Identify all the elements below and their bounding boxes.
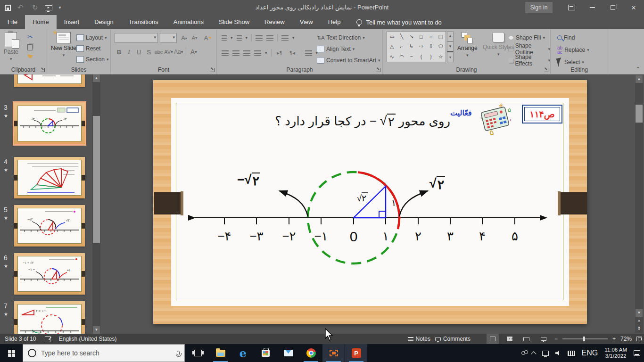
ribbon-display-options-button[interactable] xyxy=(561,0,582,15)
justify-icon[interactable] xyxy=(254,50,261,56)
replace-button[interactable]: abacReplace▾ xyxy=(557,45,589,55)
tab-insert[interactable]: Insert xyxy=(57,15,87,29)
shape-pentagon-icon[interactable]: ⬠ xyxy=(438,43,443,49)
screen-recorder-icon[interactable] xyxy=(322,344,345,362)
drawing-dialog-launcher[interactable] xyxy=(544,68,548,72)
shape-oval-icon[interactable]: ○ xyxy=(429,34,433,40)
line-spacing-icon[interactable] xyxy=(281,35,289,41)
shape-right-brace-icon[interactable]: } xyxy=(430,54,432,59)
font-dialog-launcher[interactable] xyxy=(210,68,215,72)
tab-view[interactable]: View xyxy=(292,15,321,29)
shape-outline-button[interactable]: Shape Outline▾ xyxy=(508,44,550,54)
italic-button[interactable]: I xyxy=(124,47,133,57)
slide-canvas[interactable]: −۴ −۳ −۲ −۱ 0 ۱ ۲ ۳ ۴ ۵ xyxy=(153,80,587,324)
task-view-button[interactable] xyxy=(187,344,209,362)
character-spacing-button[interactable]: AV▾ xyxy=(164,47,173,57)
font-size-combo[interactable] xyxy=(160,33,177,43)
action-center-icon[interactable] xyxy=(634,350,640,356)
copy-icon[interactable] xyxy=(27,44,33,50)
tab-review[interactable]: Review xyxy=(257,15,292,29)
new-slide-button[interactable]: ✳ New Slide▾ xyxy=(51,32,76,58)
strikethrough-button[interactable]: abc xyxy=(154,47,163,57)
previous-slide-icon[interactable]: ▲▲ xyxy=(636,317,643,325)
zoom-out-icon[interactable]: − xyxy=(554,336,558,342)
powerpoint-taskbar-icon[interactable]: P xyxy=(345,344,367,362)
gallery-more-icon[interactable]: ▾ xyxy=(447,51,454,62)
clock[interactable]: 11:06 AM3/1/2022 xyxy=(604,347,627,359)
scroll-thumb[interactable] xyxy=(636,105,643,123)
notes-button[interactable]: Notes xyxy=(408,336,430,342)
clear-formatting-icon[interactable]: A xyxy=(203,33,212,42)
reset-button[interactable]: Reset xyxy=(76,44,109,53)
thumbnail-scrollbar[interactable]: ▲ ▼ xyxy=(92,74,100,334)
cut-icon[interactable]: ✂ xyxy=(27,33,33,41)
shape-arc-icon[interactable]: ◠ xyxy=(399,54,404,60)
tab-help[interactable]: Help xyxy=(321,15,348,29)
tab-home[interactable]: Home xyxy=(25,15,57,29)
fit-slide-icon[interactable] xyxy=(636,337,642,341)
minimize-button[interactable] xyxy=(582,0,603,15)
shape-effects-button[interactable]: Shape Effects▾ xyxy=(508,56,550,65)
section-button[interactable]: Section▾ xyxy=(76,55,109,64)
spell-check-icon[interactable] xyxy=(45,336,50,342)
align-center-icon[interactable] xyxy=(232,50,239,56)
main-scrollbar[interactable]: ▲ ▼ ▲▲ ▼▼ xyxy=(635,75,643,333)
mail-icon[interactable] xyxy=(277,344,299,362)
numbering-icon[interactable] xyxy=(237,35,242,41)
chrome-icon[interactable] xyxy=(300,344,322,362)
select-button[interactable]: Select▾ xyxy=(557,58,589,67)
shape-rectangle-icon[interactable]: □ xyxy=(420,34,423,40)
tab-design[interactable]: Design xyxy=(87,15,121,29)
shape-rounded-rect-icon[interactable]: ▢ xyxy=(438,33,443,40)
tab-slideshow[interactable]: Slide Show xyxy=(211,15,257,29)
close-button[interactable]: ✕ xyxy=(623,0,644,15)
format-painter-icon[interactable] xyxy=(27,54,33,58)
font-color-button[interactable]: A▾ xyxy=(189,47,198,57)
taskbar-search[interactable]: Type here to search xyxy=(23,344,185,362)
clipboard-dialog-launcher[interactable] xyxy=(41,68,45,72)
paste-button[interactable]: Paste▾ xyxy=(4,32,18,61)
find-button[interactable]: Find xyxy=(557,33,589,42)
language-status[interactable]: English (United States) xyxy=(59,336,117,342)
columns-icon[interactable] xyxy=(305,50,312,56)
zoom-in-icon[interactable]: + xyxy=(612,336,616,342)
shape-down-arrow-icon[interactable]: ⇩ xyxy=(429,43,433,49)
shape-left-brace-icon[interactable]: { xyxy=(420,54,422,59)
decrease-indent-icon[interactable] xyxy=(256,35,263,41)
shape-curve-icon[interactable]: ~ xyxy=(410,54,413,59)
slideshow-button[interactable] xyxy=(537,334,550,344)
paragraph-dialog-launcher[interactable] xyxy=(376,68,380,72)
change-case-button[interactable]: Aa▾ xyxy=(174,47,183,57)
bullets-icon[interactable] xyxy=(222,35,227,41)
tab-transitions[interactable]: Transitions xyxy=(121,15,166,29)
reading-view-button[interactable] xyxy=(520,334,533,344)
thumb-scroll-down-icon[interactable]: ▼ xyxy=(93,326,100,334)
tell-me-box[interactable]: Tell me what you want to do xyxy=(356,15,441,29)
restore-button[interactable] xyxy=(603,0,623,15)
convert-smartart-button[interactable]: Convert to SmartArt▾ xyxy=(317,56,380,65)
thumb-scroll-up-icon[interactable]: ▲ xyxy=(93,74,100,82)
bold-button[interactable]: B xyxy=(115,47,124,57)
text-shadow-button[interactable]: S xyxy=(144,47,153,57)
gallery-up-icon[interactable]: ▲ xyxy=(447,31,454,41)
network-icon[interactable] xyxy=(542,351,549,356)
shapes-gallery[interactable]: ▭ ╲ ↘ □ ○ ▢ △ ⌐ ↳ ⇨ ⇩ ⬠ ∿ ◠ ~ { } xyxy=(387,31,446,62)
shape-elbow-arrow-icon[interactable]: ↳ xyxy=(409,43,413,49)
touch-keyboard-icon[interactable] xyxy=(568,351,575,356)
start-button[interactable] xyxy=(0,344,23,362)
shape-line-icon[interactable]: ╲ xyxy=(400,33,404,40)
shape-triangle-icon[interactable]: △ xyxy=(390,43,394,49)
align-text-button[interactable]: Align Text▾ xyxy=(317,44,380,54)
text-direction-button[interactable]: ⇅AText Direction▾ xyxy=(317,33,380,42)
next-slide-icon[interactable]: ▼▼ xyxy=(636,326,643,334)
shape-arrow-icon[interactable]: ↘ xyxy=(409,33,413,40)
store-icon[interactable] xyxy=(255,344,277,362)
comments-button[interactable]: Comments xyxy=(435,336,471,342)
file-explorer-icon[interactable] xyxy=(209,344,231,362)
thumb-scroll-thumb[interactable] xyxy=(93,116,100,243)
tab-animations[interactable]: Animations xyxy=(166,15,211,29)
microphone-icon[interactable] xyxy=(177,351,180,355)
shape-right-arrow-icon[interactable]: ⇨ xyxy=(419,43,423,49)
scroll-up-icon[interactable]: ▲ xyxy=(636,75,643,83)
slide-sorter-button[interactable] xyxy=(504,334,516,344)
